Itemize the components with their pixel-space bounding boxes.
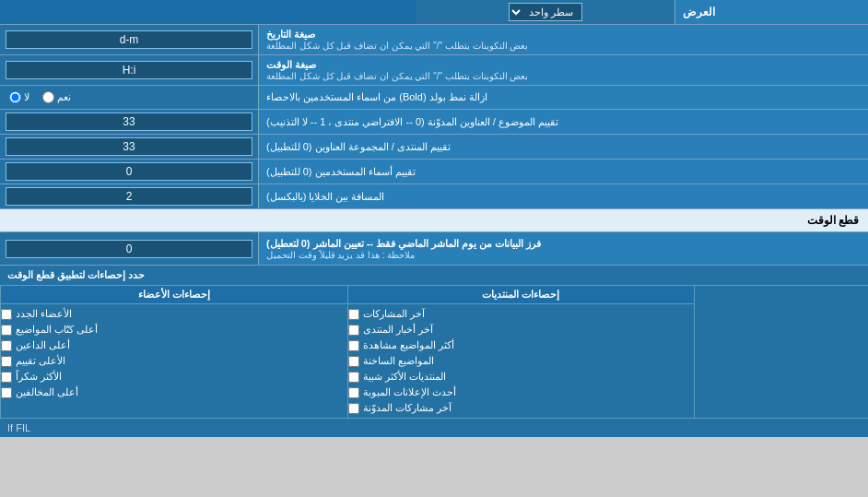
checkbox-label-11: الأعلى تقييم (16, 355, 65, 367)
checkbox-13[interactable] (1, 387, 12, 398)
bold-no-label[interactable]: لا (9, 91, 29, 103)
sort-users-label: تقييم أسماء المستخدمين (0 للتطبيل) (266, 166, 416, 178)
checkbox-label-4: المواضيع الساخنة (363, 355, 434, 367)
time-format-input-cell: H:i (0, 55, 258, 85)
checkbox-item-5: المنتديات الأكثر شبية (348, 369, 695, 385)
sort-forum-label-cell: تقييم المنتدى / المجموعة العناوين (0 للت… (258, 135, 868, 159)
filter-label: فرز البيانات من يوم الماشر الماضي فقط --… (266, 238, 541, 250)
checkbox-item-7: آخر مشاركات المدوّنة (348, 400, 695, 416)
checkbox-6[interactable] (348, 387, 359, 398)
checkbox-label-12: الأكثر شكراً (16, 371, 62, 383)
checkbox-item-9: أعلى كتّاب المواضيع (1, 322, 347, 337)
date-format-input-cell: d-m (0, 25, 258, 54)
if-fil-text: If FIL (0, 419, 868, 437)
filter-note: ملاحظة : هذا قد يزيد قليلاً وقت التحميل (266, 250, 415, 260)
display-mode-cell: سطر واحد عدة أسطر (416, 0, 674, 24)
checkbox-9[interactable] (1, 325, 12, 336)
bold-label: ازالة نمط بولد (Bold) من اسماء المستخدمي… (266, 91, 487, 103)
members-stats-col: إحصاءات الأعضاء الأعضاء الجدد أعلى كتّاب… (0, 286, 347, 418)
filter-label-cell: فرز البيانات من يوم الماشر الماضي فقط --… (258, 232, 868, 265)
bold-yes-radio[interactable] (42, 91, 54, 103)
checkbox-label-8: الأعضاء الجدد (16, 308, 72, 320)
page-title: العرض (674, 0, 869, 24)
sort-users-label-cell: تقييم أسماء المستخدمين (0 للتطبيل) (258, 160, 868, 183)
checkbox-label-3: أكثر المواضيع مشاهدة (363, 339, 454, 351)
checkboxes-area: إحصاءات المنتديات آخر المشاركات آخر أخبا… (0, 286, 868, 418)
date-format-sublabel: بعض التكوينات يتطلب "/" التي يمكن ان تضا… (266, 41, 528, 51)
sort-topics-label-cell: تقييم الموضوع / العناوين المدوّنة (0 -- … (258, 110, 868, 134)
bold-no-text: لا (24, 91, 29, 103)
checkbox-item-2: آخر أخبار المنتدى (348, 322, 695, 337)
checkbox-label-7: آخر مشاركات المدوّنة (363, 402, 452, 414)
spacing-label: المسافة بين الخلايا (بالبكسل) (266, 191, 385, 203)
time-cut-header: قطع الوقت (0, 209, 868, 232)
bold-yes-label[interactable]: نعم (42, 91, 71, 103)
bold-label-cell: ازالة نمط بولد (Bold) من اسماء المستخدمي… (258, 86, 868, 109)
checkbox-11[interactable] (1, 356, 12, 367)
time-format-input[interactable]: H:i (6, 61, 252, 79)
checkbox-10[interactable] (1, 340, 12, 351)
posts-stats-col: إحصاءات المنتديات آخر المشاركات آخر أخبا… (347, 286, 695, 418)
posts-stats-header: إحصاءات المنتديات (348, 286, 695, 304)
checkbox-item-1: آخر المشاركات (348, 306, 695, 322)
sort-forum-input-cell: 33 (0, 135, 258, 159)
checkbox-item-11: الأعلى تقييم (1, 353, 347, 369)
checkbox-item-12: الأكثر شكراً (1, 369, 347, 385)
sort-forum-label: تقييم المنتدى / المجموعة العناوين (0 للت… (266, 141, 451, 153)
time-format-sublabel: بعض التكوينات يتطلب "/" التي يمكن ان تضا… (266, 71, 528, 81)
filter-input[interactable]: 0 (6, 240, 252, 258)
checkbox-7[interactable] (348, 403, 359, 414)
members-stats-header: إحصاءات الأعضاء (1, 286, 347, 304)
checkbox-4[interactable] (348, 356, 359, 367)
spacing-input[interactable]: 2 (6, 187, 252, 206)
checkbox-label-1: آخر المشاركات (363, 308, 425, 320)
checkbox-item-10: أعلى الداعين (1, 337, 347, 353)
checkbox-label-5: المنتديات الأكثر شبية (363, 371, 446, 383)
checkbox-label-2: آخر أخبار المنتدى (363, 324, 433, 336)
sort-forum-input[interactable]: 33 (6, 137, 252, 156)
sort-topics-label: تقييم الموضوع / العناوين المدوّنة (0 -- … (266, 116, 558, 128)
checkbox-label-6: أحدث الإعلانات المبوبة (363, 386, 456, 398)
checkbox-12[interactable] (1, 372, 12, 383)
spacing-input-cell: 2 (0, 184, 258, 208)
date-format-input[interactable]: d-m (6, 30, 252, 49)
time-format-label: صيغة الوقت (266, 59, 316, 71)
bold-yes-text: نعم (57, 91, 71, 103)
checkbox-item-13: أعلى المخالفين (1, 385, 347, 400)
checkbox-item-4: المواضيع الساخنة (348, 353, 695, 369)
checkbox-label-9: أعلى كتّاب المواضيع (16, 324, 98, 336)
checkbox-5[interactable] (348, 372, 359, 383)
checkbox-item-3: أكثر المواضيع مشاهدة (348, 337, 695, 353)
bold-no-radio[interactable] (9, 91, 21, 103)
checkbox-item-6: أحدث الإعلانات المبوبة (348, 385, 695, 400)
bold-radio-cell: نعم لا (0, 86, 258, 109)
display-mode-select[interactable]: سطر واحد عدة أسطر (509, 3, 582, 21)
checkbox-item-8: الأعضاء الجدد (1, 306, 347, 322)
limit-label: حدد إحصاءات لتطبيق قطع الوقت (7, 269, 145, 281)
checkbox-8[interactable] (1, 309, 12, 320)
sort-users-input[interactable]: 0 (6, 162, 252, 181)
sort-topics-input-cell: 33 (0, 110, 258, 134)
checkbox-1[interactable] (348, 309, 359, 320)
sort-users-input-cell: 0 (0, 160, 258, 183)
filter-input-cell: 0 (0, 232, 258, 265)
checkbox-label-13: أعلى المخالفين (16, 386, 78, 398)
date-format-label-cell: صيغة التاريخ بعض التكوينات يتطلب "/" الت… (258, 25, 868, 54)
date-format-label: صيغة التاريخ (266, 29, 315, 41)
checkbox-2[interactable] (348, 325, 359, 336)
checkbox-3[interactable] (348, 340, 359, 351)
spacing-label-cell: المسافة بين الخلايا (بالبكسل) (258, 184, 868, 208)
checkbox-label-10: أعلى الداعين (16, 339, 70, 351)
sort-topics-input[interactable]: 33 (6, 112, 252, 131)
time-format-label-cell: صيغة الوقت بعض التكوينات يتطلب "/" التي … (258, 55, 868, 85)
